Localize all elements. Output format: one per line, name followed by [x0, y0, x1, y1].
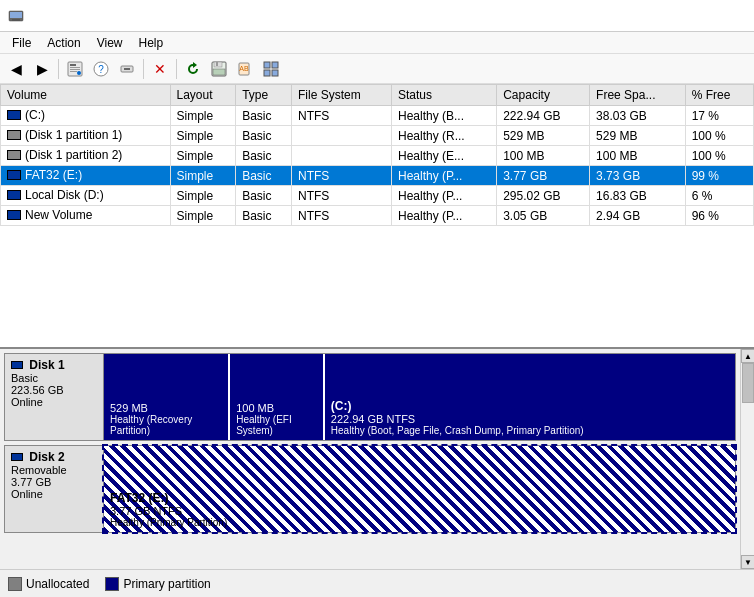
scroll-thumb[interactable] [742, 363, 754, 403]
cell-percentfree: 96 % [685, 206, 753, 226]
menu-item-view[interactable]: View [89, 34, 131, 52]
forward-button[interactable]: ▶ [30, 57, 54, 81]
cell-filesystem [292, 126, 392, 146]
col-volume[interactable]: Volume [1, 85, 171, 106]
cell-percentfree: 100 % [685, 126, 753, 146]
menu-bar: FileActionViewHelp [0, 32, 754, 54]
svg-rect-5 [70, 67, 80, 68]
cell-volume: FAT32 (E:) [1, 166, 171, 186]
cell-filesystem: NTFS [292, 106, 392, 126]
col-layout[interactable]: Layout [170, 85, 236, 106]
cell-layout: Simple [170, 186, 236, 206]
menu-item-action[interactable]: Action [39, 34, 88, 52]
svg-rect-6 [70, 69, 80, 70]
cell-filesystem: NTFS [292, 166, 392, 186]
table-row[interactable]: (C:) Simple Basic NTFS Healthy (B... 222… [1, 106, 754, 126]
menu-item-help[interactable]: Help [131, 34, 172, 52]
help-button[interactable]: ? [89, 57, 113, 81]
col-filesystem[interactable]: File System [292, 85, 392, 106]
scroll-down-button[interactable]: ▼ [741, 555, 754, 569]
cell-volume: (Disk 1 partition 1) [1, 126, 171, 146]
svg-rect-21 [264, 70, 270, 76]
export-button[interactable]: AB [233, 57, 257, 81]
cell-layout: Simple [170, 106, 236, 126]
cell-capacity: 222.94 GB [497, 106, 590, 126]
disk-type: Basic [11, 372, 97, 384]
disk-icon [7, 190, 21, 200]
separator-1 [58, 59, 59, 79]
back-button[interactable]: ◀ [4, 57, 28, 81]
partition-name: FAT32 (E:) [110, 491, 729, 505]
toolbar: ◀ ▶ ? ✕ AB [0, 54, 754, 84]
disk-scrollbar[interactable]: ▲ ▼ [740, 349, 754, 569]
table-row[interactable]: FAT32 (E:) Simple Basic NTFS Healthy (P.… [1, 166, 754, 186]
maximize-button[interactable] [682, 6, 714, 26]
properties-button[interactable] [63, 57, 87, 81]
cell-freespace: 16.83 GB [590, 186, 686, 206]
partition-desc: Healthy (EFI System) [236, 414, 317, 436]
col-type[interactable]: Type [236, 85, 292, 106]
svg-text:?: ? [98, 64, 104, 75]
partition[interactable]: 529 MB Healthy (Recovery Partition) [104, 354, 230, 440]
cell-status: Healthy (B... [391, 106, 496, 126]
partition[interactable]: (C:) 222.94 GB NTFS Healthy (Boot, Page … [325, 354, 735, 440]
partition[interactable]: 100 MB Healthy (EFI System) [230, 354, 325, 440]
col-capacity[interactable]: Capacity [497, 85, 590, 106]
cell-volume: (C:) [1, 106, 171, 126]
cell-filesystem: NTFS [292, 206, 392, 226]
disk-icon [7, 170, 21, 180]
svg-rect-4 [70, 64, 76, 66]
view-button[interactable] [259, 57, 283, 81]
table-row[interactable]: (Disk 1 partition 2) Simple Basic Health… [1, 146, 754, 166]
svg-rect-16 [213, 69, 225, 75]
separator-2 [143, 59, 144, 79]
partition-size: 222.94 GB NTFS [331, 413, 729, 425]
close-button[interactable] [714, 6, 746, 26]
col-freespace[interactable]: Free Spa... [590, 85, 686, 106]
cell-percentfree: 17 % [685, 106, 753, 126]
delete-button[interactable]: ✕ [148, 57, 172, 81]
svg-rect-22 [272, 70, 278, 76]
minimize-button[interactable] [650, 6, 682, 26]
table-body: (C:) Simple Basic NTFS Healthy (B... 222… [1, 106, 754, 226]
col-percentfree[interactable]: % Free [685, 85, 753, 106]
refresh-button[interactable] [181, 57, 205, 81]
partition-size: 3.77 GB NTFS [110, 505, 729, 517]
cell-layout: Simple [170, 166, 236, 186]
volume-table: Volume Layout Type File System Status Ca… [0, 84, 754, 226]
shrink-button[interactable] [115, 57, 139, 81]
svg-rect-15 [216, 62, 218, 66]
disk-icon [7, 110, 21, 120]
table-row[interactable]: New Volume Simple Basic NTFS Healthy (P.… [1, 206, 754, 226]
svg-rect-19 [264, 62, 270, 68]
menu-item-file[interactable]: File [4, 34, 39, 52]
cell-layout: Simple [170, 146, 236, 166]
cell-status: Healthy (P... [391, 166, 496, 186]
disk-view-inner: Disk 1 Basic 223.56 GB Online 529 MB Hea… [0, 349, 740, 569]
cell-capacity: 100 MB [497, 146, 590, 166]
disk-partitions: FAT32 (E:) 3.77 GB NTFS Healthy (Primary… [104, 445, 736, 533]
disk-label-icon [11, 453, 23, 461]
cell-type: Basic [236, 166, 292, 186]
disk-view[interactable]: Disk 1 Basic 223.56 GB Online 529 MB Hea… [0, 349, 740, 569]
cell-capacity: 295.02 GB [497, 186, 590, 206]
col-status[interactable]: Status [391, 85, 496, 106]
svg-point-8 [77, 71, 81, 75]
cell-volume: Local Disk (D:) [1, 186, 171, 206]
table-header-row: Volume Layout Type File System Status Ca… [1, 85, 754, 106]
disk-partitions: 529 MB Healthy (Recovery Partition) 100 … [104, 353, 736, 441]
partition[interactable]: FAT32 (E:) 3.77 GB NTFS Healthy (Primary… [104, 446, 735, 532]
cell-type: Basic [236, 206, 292, 226]
cell-volume: (Disk 1 partition 2) [1, 146, 171, 166]
cell-percentfree: 6 % [685, 186, 753, 206]
cell-freespace: 38.03 GB [590, 106, 686, 126]
cell-filesystem [292, 146, 392, 166]
scroll-up-button[interactable]: ▲ [741, 349, 754, 363]
save-button[interactable] [207, 57, 231, 81]
cell-filesystem: NTFS [292, 186, 392, 206]
table-row[interactable]: (Disk 1 partition 1) Simple Basic Health… [1, 126, 754, 146]
disk-row: Disk 1 Basic 223.56 GB Online 529 MB Hea… [4, 353, 736, 441]
cell-percentfree: 99 % [685, 166, 753, 186]
table-row[interactable]: Local Disk (D:) Simple Basic NTFS Health… [1, 186, 754, 206]
volume-table-area[interactable]: Volume Layout Type File System Status Ca… [0, 84, 754, 349]
